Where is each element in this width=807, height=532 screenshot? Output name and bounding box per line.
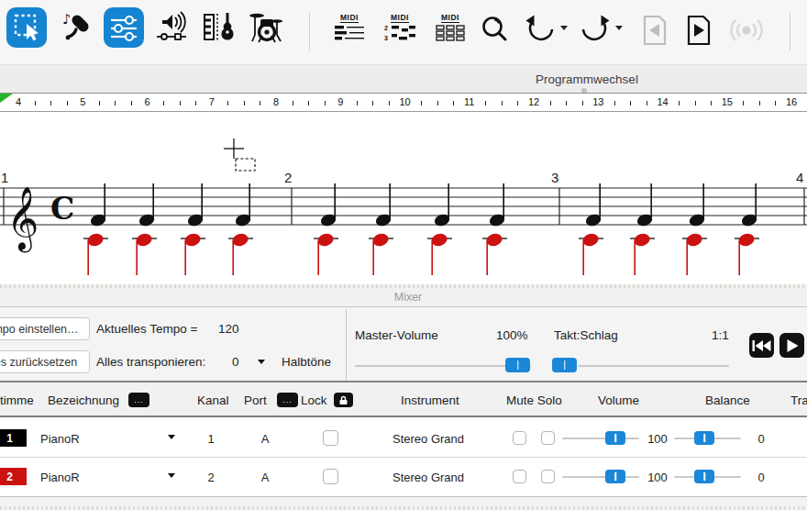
transpose-value[interactable]: 0 [232, 355, 239, 369]
magnifier-icon [479, 13, 512, 48]
beat-value: 1:1 [712, 328, 729, 342]
broadcast-button[interactable] [726, 13, 767, 48]
track-number: 2 [6, 471, 13, 483]
track-balance-thumb[interactable] [694, 470, 714, 483]
track-port[interactable]: A [259, 432, 271, 446]
mixer-panel-header[interactable]: Mixer [0, 288, 807, 306]
tool-audio-routing[interactable] [152, 7, 193, 48]
track-balance-slider[interactable] [674, 470, 741, 483]
set-tempo-button[interactable]: mpo einstellen… [0, 317, 90, 340]
track-name-dropdown-arrow[interactable] [168, 473, 175, 478]
program-change-panel-header[interactable]: Programmwechsel [0, 64, 807, 94]
rewind-button[interactable] [749, 333, 774, 358]
tool-record-mic[interactable]: ♪ [54, 7, 94, 48]
redo-button[interactable] [578, 13, 613, 48]
track-lock-checkbox[interactable] [323, 430, 338, 446]
play-icon [785, 338, 800, 353]
track-instrument[interactable]: Stereo Grand [392, 471, 464, 484]
beat-slider[interactable] [578, 365, 729, 367]
ruler-tick [131, 101, 132, 105]
ruler-tick [99, 101, 100, 105]
event-list-icon [333, 23, 366, 43]
svg-text:3: 3 [384, 35, 388, 41]
score-area[interactable]: 1234𝄞C [0, 112, 807, 284]
ruler-tick [50, 101, 51, 105]
zoom-button[interactable] [479, 13, 512, 48]
midi-grid-button[interactable]: MIDI [432, 13, 469, 50]
ruler-tick [502, 101, 503, 105]
ruler-number: 10 [395, 96, 415, 107]
master-volume-thumb[interactable] [505, 358, 530, 372]
track-solo-checkbox[interactable] [541, 431, 555, 445]
track-solo-checkbox[interactable] [541, 470, 555, 483]
lock-all-button[interactable] [334, 393, 353, 407]
track-name[interactable]: PianoR [40, 432, 80, 446]
app-window: ♪ [0, 0, 807, 532]
track-number-badge[interactable]: 2 [0, 468, 27, 485]
table-footer-band [0, 496, 807, 506]
panel-title[interactable]: Programmwechsel [495, 72, 679, 86]
track-port[interactable]: A [259, 471, 271, 484]
current-tempo-value[interactable]: 120 [218, 322, 239, 336]
midi-event-list-button[interactable]: MIDI [331, 13, 368, 50]
track-channel[interactable]: 1 [204, 432, 218, 446]
track-volume-thumb[interactable] [605, 431, 625, 445]
measure-number: 3 [551, 170, 558, 185]
ruler-tick [679, 101, 680, 105]
ruler-tick [437, 101, 438, 105]
header-lock: Lock [301, 393, 327, 407]
track-mute-checkbox[interactable] [513, 470, 526, 483]
ruler-tick [647, 101, 647, 105]
ruler-number: 12 [524, 96, 544, 107]
transpose-unit-label: Halbtöne [282, 355, 331, 369]
track-table-header: timme Bezeichnung ... Kanal Port ... Loc… [0, 382, 807, 417]
splitter-grip[interactable] [0, 506, 807, 510]
track-name-dropdown-arrow[interactable] [168, 435, 175, 439]
tool-selection[interactable] [6, 7, 47, 48]
tool-mixer[interactable] [104, 7, 144, 48]
port-options-button[interactable]: ... [277, 393, 298, 407]
undo-menu-arrow[interactable] [560, 26, 568, 30]
track-balance-slider[interactable] [674, 431, 741, 445]
track-name[interactable]: PianoR [40, 471, 80, 484]
undo-button[interactable] [523, 13, 558, 48]
transpose-dropdown-arrow[interactable] [258, 360, 265, 364]
tool-drums[interactable] [247, 7, 287, 48]
play-button[interactable] [779, 333, 804, 358]
header-transpose: Tra [790, 393, 807, 407]
mixer-sliders-icon [106, 10, 141, 45]
track-volume-slider[interactable] [562, 470, 639, 483]
ruler-tick [421, 101, 422, 105]
toolbar-separator [309, 12, 310, 50]
page-forward-button[interactable] [682, 13, 715, 48]
midi-piano-roll-button[interactable]: MIDI 2 3 [381, 13, 418, 50]
track-number-badge[interactable]: 1 [0, 429, 27, 447]
ruler-tick [115, 101, 116, 105]
mixer-panel: mpo einstellen… es zurücksetzen Aktuelle… [0, 306, 807, 382]
midi-label: MIDI [441, 13, 459, 23]
track-balance-thumb[interactable] [694, 431, 714, 445]
ruler-number: 8 [266, 96, 286, 107]
ruler-tick [775, 101, 776, 105]
track-channel[interactable]: 2 [204, 471, 218, 484]
timeline-ruler[interactable]: 45678910111213141516 [0, 93, 807, 112]
track-volume-slider[interactable] [562, 431, 639, 445]
header-instrument: Instrument [401, 393, 459, 407]
ruler-tick [582, 101, 583, 105]
page-back-button[interactable] [638, 13, 671, 48]
track-volume-thumb[interactable] [605, 470, 625, 483]
tool-instruments[interactable] [199, 7, 239, 48]
piano-guitar-icon [200, 8, 238, 47]
track-balance-value: 0 [755, 432, 768, 446]
mixer-title[interactable]: Mixer [367, 291, 449, 304]
redo-menu-arrow[interactable] [615, 26, 623, 30]
page-back-icon [638, 13, 671, 48]
ruler-number: 14 [653, 96, 673, 107]
bezeichnung-options-button[interactable]: ... [128, 393, 149, 407]
track-mute-checkbox[interactable] [513, 431, 526, 445]
reset-all-button[interactable]: es zurücksetzen [0, 350, 90, 373]
beat-slider-thumb[interactable] [552, 358, 577, 372]
track-lock-checkbox[interactable] [323, 469, 338, 484]
measure-number: 1 [1, 170, 8, 185]
track-instrument[interactable]: Stereo Grand [392, 432, 464, 446]
